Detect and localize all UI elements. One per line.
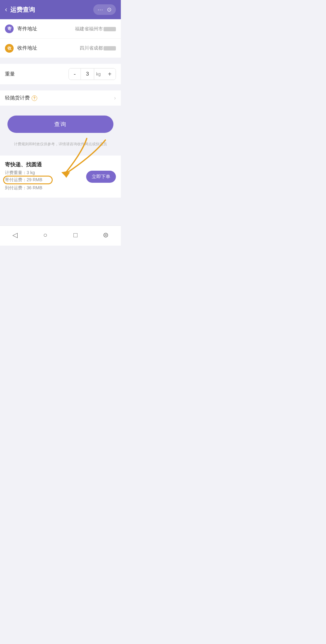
fee-label-wrap: 轻抛货计费 ?	[5, 95, 37, 101]
fee-label: 轻抛货计费	[5, 95, 30, 101]
disclaimer: 计费规则和时效仅供参考，详情请咨询收件网点或快递员	[0, 139, 121, 151]
weight-unit: kg	[94, 68, 104, 80]
back-button[interactable]: ‹	[5, 6, 7, 14]
receiver-value: 四川省成都	[43, 45, 116, 51]
bottom-nav: ◁ ○ □ ⊜	[0, 226, 121, 246]
receiver-label: 收件地址	[17, 45, 40, 51]
nav-menu-icon[interactable]: ⊜	[100, 230, 111, 241]
fee-arrow-icon: ›	[114, 95, 116, 101]
weight-control: - 3 kg +	[68, 68, 116, 80]
nav-back-icon[interactable]: ◁	[10, 230, 21, 241]
nav-recent-icon[interactable]: □	[70, 230, 81, 241]
receiver-row[interactable]: 收 收件地址 四川省成都	[0, 38, 121, 58]
header-pill[interactable]: ··· ⊙	[93, 4, 116, 15]
result-weight-row: 计费重量：3 kg	[5, 170, 82, 176]
fee-section[interactable]: 轻抛货计费 ? ›	[0, 90, 121, 106]
query-button[interactable]: 查询	[7, 116, 113, 133]
weight-minus-button[interactable]: -	[69, 68, 81, 80]
nav-home-icon[interactable]: ○	[40, 230, 51, 241]
address-section: 寄 寄件地址 福建省福州市 收 收件地址 四川省成都	[0, 19, 121, 58]
weight-label: 重量	[5, 71, 15, 77]
header-left: ‹ 运费查询	[5, 6, 35, 14]
result-info: 寄快递、找圆通 计费重量：3 kg 寄付运费：29 RMB 到付运费：36 RM…	[5, 161, 82, 192]
weight-plus-button[interactable]: +	[104, 68, 116, 80]
app-header: ‹ 运费查询 ··· ⊙	[0, 0, 121, 19]
receiver-badge: 收	[5, 44, 14, 53]
result-card: 寄快递、找圆通 计费重量：3 kg 寄付运费：29 RMB 到付运费：36 RM…	[0, 156, 121, 198]
more-icon[interactable]: ···	[98, 7, 103, 13]
result-receive-fee-row: 到付运费：36 RMB	[5, 185, 82, 191]
result-send-fee-row: 寄付运费：29 RMB	[5, 177, 42, 183]
weight-value: 3	[81, 68, 94, 80]
help-icon[interactable]: ?	[32, 95, 37, 101]
content-spacer	[0, 201, 121, 226]
query-section: 查询	[0, 109, 121, 136]
order-now-button[interactable]: 立即下单	[86, 171, 116, 183]
header-right: ··· ⊙	[93, 4, 116, 15]
result-title: 寄快递、找圆通	[5, 161, 82, 168]
sender-label: 寄件地址	[17, 26, 40, 32]
sender-row[interactable]: 寄 寄件地址 福建省福州市	[0, 19, 121, 38]
page-title: 运费查询	[10, 6, 35, 14]
main-content: 寄 寄件地址 福建省福州市 收 收件地址 四川省成都 重量 - 3 kg + 轻…	[0, 19, 121, 226]
weight-section: 重量 - 3 kg +	[0, 64, 121, 84]
sender-badge: 寄	[5, 24, 14, 33]
camera-icon[interactable]: ⊙	[107, 6, 112, 13]
sender-value: 福建省福州市	[43, 26, 116, 32]
